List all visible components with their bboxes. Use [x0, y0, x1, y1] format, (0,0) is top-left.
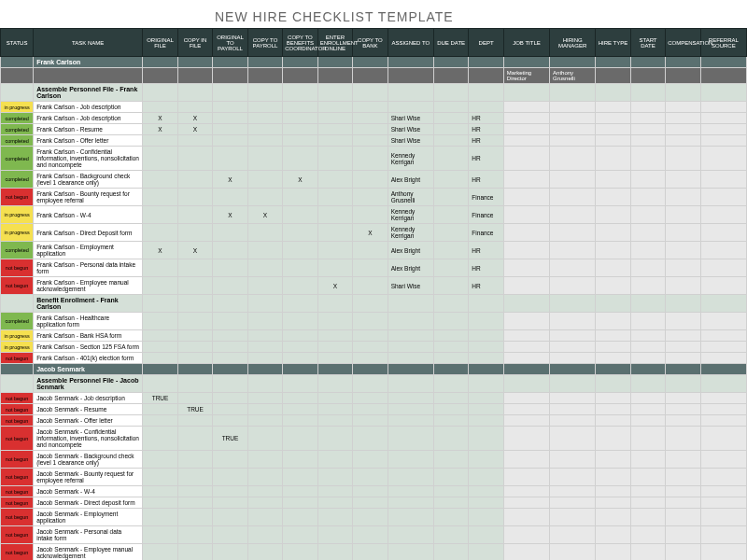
status-cell: in progress	[1, 342, 34, 353]
header-13: HIRING MANAGER	[550, 29, 596, 57]
mark-cell	[143, 147, 177, 171]
mark-cell	[283, 124, 317, 135]
task-cell: Frank Carlson - Offer letter	[34, 135, 143, 147]
header-6: COPY TO BENEFITS COORDINATOR	[283, 29, 317, 57]
mark-cell	[177, 393, 212, 404]
mark-cell	[177, 147, 212, 171]
mark-cell: X	[143, 124, 177, 135]
mark-cell	[143, 102, 177, 113]
mark-cell: X	[247, 206, 282, 224]
mark-cell	[317, 242, 352, 259]
mark-cell	[353, 124, 388, 135]
mark-cell	[283, 497, 317, 509]
mark-cell	[317, 189, 352, 206]
mark-cell	[317, 102, 352, 113]
mark-cell	[283, 330, 317, 342]
mark-cell	[247, 313, 282, 330]
mark-cell	[317, 171, 352, 189]
mark-cell	[317, 342, 352, 353]
mark-cell	[177, 189, 212, 206]
header-15: START DATE	[630, 29, 665, 57]
task-cell: Frank Carlson - Personal data intake for…	[34, 259, 143, 277]
mark-cell: X	[177, 113, 212, 124]
mark-cell	[213, 509, 247, 526]
mark-cell	[317, 224, 352, 242]
mark-cell	[177, 526, 212, 544]
mark-cell	[213, 469, 247, 486]
mark-cell	[247, 242, 282, 259]
status-cell: completed	[1, 124, 34, 135]
mark-cell	[177, 469, 212, 486]
mark-cell	[353, 102, 388, 113]
header-1: TASK NAME	[34, 29, 143, 57]
mark-cell	[317, 124, 352, 135]
task-row: not begunJacob Senmark - Employment appl…	[1, 509, 747, 526]
mark-cell	[213, 330, 247, 342]
mark-cell	[317, 393, 352, 404]
task-cell: Frank Carlson - Employment application	[34, 242, 143, 259]
mark-cell	[177, 259, 212, 277]
task-row: in progressFrank Carlson - Section 125 F…	[1, 342, 747, 353]
mark-cell	[177, 415, 212, 427]
mark-cell	[317, 526, 352, 544]
task-row: completedFrank Carlson - Offer letterSha…	[1, 135, 747, 147]
mark-cell	[283, 102, 317, 113]
mark-cell: X	[317, 277, 352, 295]
mark-cell	[317, 353, 352, 364]
status-cell: completed	[1, 113, 34, 124]
status-cell: not begun	[1, 189, 34, 206]
task-cell: Jacob Senmark - Employee manual acknowle…	[34, 544, 143, 561]
task-cell: Frank Carlson - Direct Deposit form	[34, 224, 143, 242]
task-cell: Jacob Senmark - Direct deposit form	[34, 497, 143, 509]
task-row: completedFrank Carlson - Healthcare appl…	[1, 313, 747, 330]
mark-cell	[353, 313, 388, 330]
mark-cell: X	[177, 124, 212, 135]
status-cell: not begun	[1, 353, 34, 364]
mark-cell	[317, 313, 352, 330]
mark-cell	[143, 486, 177, 497]
mark-cell	[143, 224, 177, 242]
mark-cell	[213, 526, 247, 544]
mark-cell	[353, 415, 388, 427]
mark-cell	[143, 509, 177, 526]
mark-cell	[177, 544, 212, 561]
mark-cell	[247, 486, 282, 497]
mark-cell	[317, 259, 352, 277]
mark-cell	[213, 497, 247, 509]
mark-cell	[283, 393, 317, 404]
mark-cell	[213, 415, 247, 427]
mark-cell	[213, 189, 247, 206]
mark-cell	[143, 330, 177, 342]
mark-cell: X	[353, 224, 388, 242]
mark-cell	[247, 404, 282, 415]
mark-cell	[143, 206, 177, 224]
task-row: not begunJacob Senmark - Bounty request …	[1, 469, 747, 486]
mark-cell	[213, 393, 247, 404]
mark-cell	[317, 451, 352, 469]
mark-cell	[177, 330, 212, 342]
header-14: HIRE TYPE	[596, 29, 630, 57]
mark-cell	[143, 171, 177, 189]
task-cell: Frank Carlson - Healthcare application f…	[34, 313, 143, 330]
mark-cell	[353, 171, 388, 189]
mark-cell	[353, 259, 388, 277]
mark-cell	[283, 189, 317, 206]
mark-cell	[143, 404, 177, 415]
mark-cell	[247, 526, 282, 544]
status-cell: in progress	[1, 206, 34, 224]
mark-cell	[283, 206, 317, 224]
section-row: Benefit Enrollment - Frank Carlson	[1, 295, 747, 313]
status-cell: completed	[1, 171, 34, 189]
mark-cell	[247, 330, 282, 342]
mark-cell	[247, 415, 282, 427]
mark-cell	[317, 486, 352, 497]
task-cell: Frank Carlson - Bank HSA form	[34, 330, 143, 342]
task-cell: Frank Carlson - Section 125 FSA form	[34, 342, 143, 353]
status-cell: in progress	[1, 224, 34, 242]
mark-cell	[213, 102, 247, 113]
status-cell: in progress	[1, 330, 34, 342]
status-cell: not begun	[1, 497, 34, 509]
mark-cell	[247, 124, 282, 135]
mark-cell	[177, 497, 212, 509]
status-cell: not begun	[1, 393, 34, 404]
